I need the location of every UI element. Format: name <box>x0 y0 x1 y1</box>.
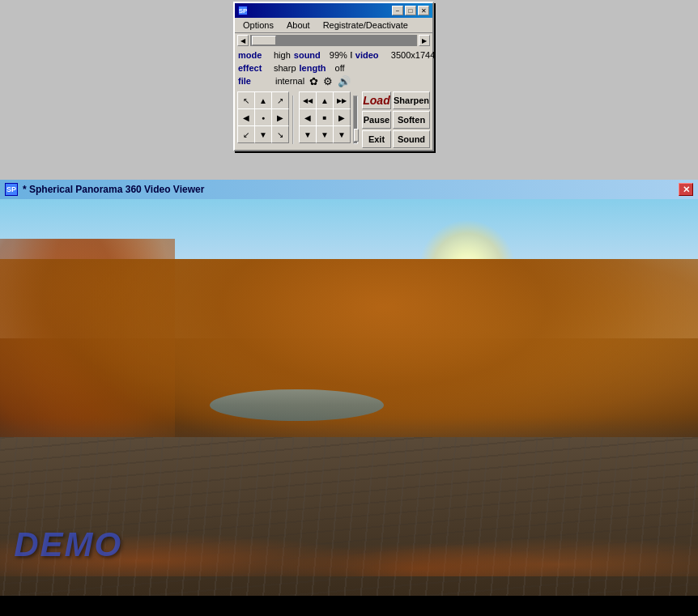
viewer-window: SP * Spherical Panorama 360 Video Viewer… <box>0 180 698 616</box>
panel-titlebar-buttons: − □ ✕ <box>392 6 429 15</box>
panorama-area[interactable]: DEMO <box>0 199 698 596</box>
viewer-title-icon: SP <box>5 183 18 196</box>
sound-button[interactable]: Sound <box>393 130 430 148</box>
volume-thumb[interactable] <box>354 129 359 142</box>
scroll-left-button[interactable]: ◀ <box>237 35 249 46</box>
nav-grid: ↖ ▲ ↗ ◀ ● ▶ ↙ ▼ ↘ <box>237 91 287 148</box>
viewer-close-button[interactable]: ✕ <box>679 183 693 196</box>
play-prev[interactable]: ◀◀ <box>299 91 317 109</box>
panel-titlebar-left: SP <box>238 6 248 15</box>
panel-title-icon: SP <box>238 6 248 15</box>
playback-grid: ◀◀ ▲ ▶▶ ◀ ■ ▶ ▼ ▼ ▼ <box>299 91 349 148</box>
volume-track[interactable] <box>353 96 358 144</box>
nav-divider <box>291 91 296 148</box>
sound-label: sound <box>294 50 326 60</box>
nav-upright[interactable]: ↗ <box>271 91 289 109</box>
flower-icon: ✿ <box>309 75 318 87</box>
volume-slider-area[interactable] <box>352 91 359 148</box>
menu-registrate[interactable]: Registrate/Deactivate <box>317 19 415 31</box>
scrollbar-thumb[interactable] <box>252 36 276 45</box>
exit-button[interactable]: Exit <box>362 130 391 148</box>
play-down-l[interactable]: ▼ <box>299 125 317 143</box>
viewer-titlebar-left: SP * Spherical Panorama 360 Video Viewer <box>5 183 204 196</box>
mode-label: mode <box>238 50 270 60</box>
effect-value: sharp <box>274 63 296 73</box>
play-down-m[interactable]: ▼ <box>316 125 334 143</box>
nav-downleft[interactable]: ↙ <box>237 125 255 143</box>
play-back[interactable]: ◀ <box>299 108 317 126</box>
soften-button[interactable]: Soften <box>393 111 430 129</box>
sound-bar <box>351 52 352 58</box>
viewer-title-text: * Spherical Panorama 360 Video Viewer <box>23 184 204 195</box>
play-stop[interactable]: ■ <box>316 108 334 126</box>
demo-watermark: DEMO <box>14 525 122 564</box>
video-value: 3500x1744 <box>391 50 435 60</box>
panel-menubar: Options About Registrate/Deactivate <box>235 18 432 33</box>
nav-downright[interactable]: ↘ <box>271 125 289 143</box>
nav-upleft[interactable]: ↖ <box>237 91 255 109</box>
nav-right[interactable]: ▶ <box>271 108 289 126</box>
speaker-icon: 🔊 <box>338 75 351 87</box>
nav-down[interactable]: ▼ <box>254 125 272 143</box>
scroll-right-button[interactable]: ▶ <box>419 35 430 46</box>
control-panel: SP − □ ✕ Options About Registrate/Deacti… <box>233 2 434 151</box>
nav-center[interactable]: ● <box>254 108 272 126</box>
panel-info: mode high sound 99% video 3500x1744 effe… <box>235 48 432 90</box>
pause-button[interactable]: Pause <box>362 111 391 129</box>
play-next[interactable]: ▶▶ <box>333 91 351 109</box>
action-buttons: Load Sharpen Pause Soften Exit Sound <box>362 91 430 148</box>
menu-options[interactable]: Options <box>236 19 280 31</box>
sound-value: 99% <box>330 50 347 60</box>
play-up[interactable]: ▲ <box>316 91 334 109</box>
file-value: internal <box>275 76 304 86</box>
play-forward[interactable]: ▶ <box>333 108 351 126</box>
play-down-r[interactable]: ▼ <box>333 125 351 143</box>
video-label: video <box>355 50 388 60</box>
load-button[interactable]: Load <box>362 91 391 109</box>
info-row-3: file internal ✿ ⚙ 🔊 <box>238 74 429 89</box>
nav-up[interactable]: ▲ <box>254 91 272 109</box>
scrollbar-row: ◀ ▶ <box>235 33 432 48</box>
sharpen-button[interactable]: Sharpen <box>393 91 430 109</box>
length-value: off <box>335 63 345 73</box>
file-label: file <box>238 76 270 86</box>
panel-titlebar: SP − □ ✕ <box>235 3 432 18</box>
viewer-titlebar: SP * Spherical Panorama 360 Video Viewer… <box>0 180 698 199</box>
gear-icon: ⚙ <box>323 75 333 87</box>
maximize-button[interactable]: □ <box>405 6 416 15</box>
scrollbar-track[interactable] <box>250 35 417 46</box>
menu-about[interactable]: About <box>280 19 317 31</box>
length-label: length <box>300 63 332 73</box>
minimize-button[interactable]: − <box>392 6 403 15</box>
nav-left[interactable]: ◀ <box>237 108 255 126</box>
info-row-1: mode high sound 99% video 3500x1744 <box>238 49 429 62</box>
effect-label: effect <box>238 63 270 73</box>
mode-value: high <box>274 50 291 60</box>
close-button[interactable]: ✕ <box>418 6 429 15</box>
info-row-2: effect sharp length off <box>238 62 429 74</box>
